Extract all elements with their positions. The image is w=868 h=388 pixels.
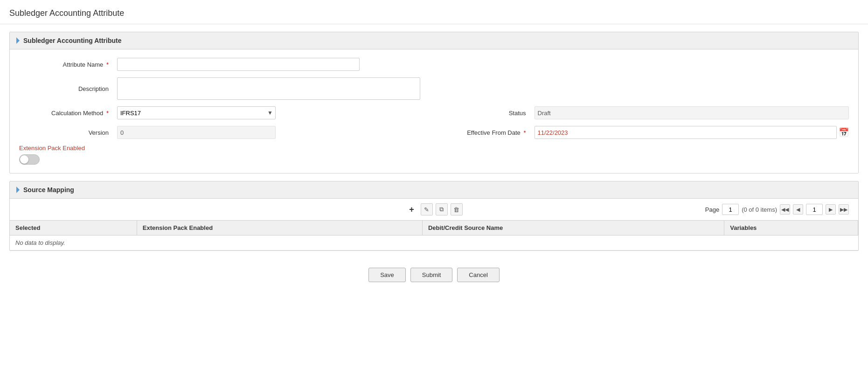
page-label: Page (705, 206, 719, 213)
main-section-body: Attribute Name * Description Calculation… (10, 49, 858, 173)
required-star-calc: * (106, 110, 109, 117)
table-header-row: Selected Extension Pack Enabled Debit/Cr… (10, 221, 858, 236)
source-mapping-toolbar: + ✎ ⧉ 🗑 Page (0 of 0 items) ◀◀ ◀ ▶ ▶▶ (10, 199, 858, 220)
attribute-name-input[interactable] (117, 58, 360, 71)
calculation-method-label: Calculation Method * (19, 110, 112, 117)
next-page-button[interactable]: ▶ (826, 204, 836, 215)
page-title: Subledger Accounting Attribute (0, 0, 868, 24)
calculation-method-wrapper: IFRS17 ▼ (117, 106, 276, 119)
last-page-button[interactable]: ▶▶ (839, 204, 849, 215)
col-extension-pack: Extension Pack Enabled (137, 221, 422, 236)
source-mapping-table-container: Selected Extension Pack Enabled Debit/Cr… (10, 220, 858, 250)
required-star: * (106, 61, 109, 68)
version-value: 0 (117, 126, 276, 139)
source-mapping-title: Source Mapping (23, 186, 74, 194)
no-data-row: No data to display. (10, 236, 858, 250)
add-button[interactable]: + (406, 203, 418, 215)
source-mapping-header: Source Mapping (10, 181, 858, 199)
main-section-title: Subledger Accounting Attribute (23, 37, 122, 44)
prev-page-button[interactable]: ◀ (793, 204, 803, 215)
pagination-area: Page (0 of 0 items) ◀◀ ◀ ▶ ▶▶ (705, 204, 849, 215)
collapse-icon[interactable] (16, 37, 20, 44)
col-selected: Selected (10, 221, 137, 236)
calendar-icon[interactable]: 📅 (839, 127, 849, 138)
no-data-message: No data to display. (10, 236, 858, 250)
footer-buttons: Save Submit Cancel (0, 258, 868, 291)
extension-pack-label: Extension Pack Enabled (19, 145, 849, 152)
extension-pack-area: Extension Pack Enabled (19, 145, 849, 165)
col-variables: Variables (724, 221, 858, 236)
edit-button[interactable]: ✎ (421, 203, 433, 215)
source-collapse-icon[interactable] (16, 187, 20, 193)
delete-button[interactable]: 🗑 (451, 203, 463, 215)
description-input[interactable] (117, 77, 420, 100)
description-label: Description (19, 85, 112, 92)
status-label: Status (437, 110, 530, 117)
source-mapping-table: Selected Extension Pack Enabled Debit/Cr… (10, 221, 858, 250)
current-page-input[interactable] (806, 204, 823, 215)
source-mapping-section: Source Mapping + ✎ ⧉ 🗑 Page (0 of 0 item… (9, 181, 859, 251)
items-info: (0 of 0 items) (742, 206, 777, 213)
attribute-name-label: Attribute Name * (19, 61, 112, 68)
status-value: Draft (535, 106, 849, 119)
main-section: Subledger Accounting Attribute Attribute… (9, 32, 859, 173)
calculation-method-select[interactable]: IFRS17 (117, 106, 276, 119)
cancel-button[interactable]: Cancel (457, 268, 499, 282)
save-button[interactable]: Save (368, 268, 406, 282)
main-section-header: Subledger Accounting Attribute (10, 32, 858, 49)
form-grid: Attribute Name * Description Calculation… (19, 58, 849, 139)
first-page-button[interactable]: ◀◀ (780, 204, 790, 215)
page-input[interactable] (722, 204, 739, 215)
effective-from-date-wrapper: 📅 (535, 126, 849, 139)
effective-from-date-input[interactable] (535, 126, 837, 139)
submit-button[interactable]: Submit (410, 268, 452, 282)
version-label: Version (19, 129, 112, 136)
source-mapping-body: + ✎ ⧉ 🗑 Page (0 of 0 items) ◀◀ ◀ ▶ ▶▶ Se… (10, 199, 858, 250)
col-debit-credit: Debit/Credit Source Name (422, 221, 724, 236)
copy-button[interactable]: ⧉ (436, 203, 448, 215)
extension-pack-toggle[interactable] (19, 154, 40, 165)
attribute-name-field-wrapper (117, 58, 530, 71)
effective-from-date-label: Effective From Date * (437, 129, 530, 136)
required-star-date: * (523, 129, 526, 136)
